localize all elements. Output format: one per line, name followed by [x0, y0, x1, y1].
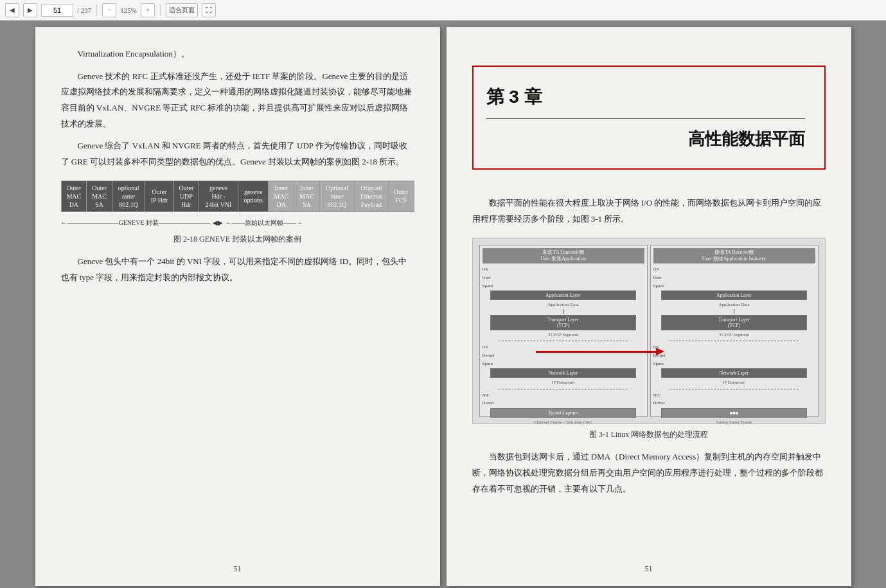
- left-page: Virtualization Encapsulation）。 Geneve 技术…: [35, 27, 440, 586]
- next-page-btn[interactable]: ▶: [23, 3, 37, 17]
- ip-datagram-right: IP Datagram: [723, 379, 745, 387]
- network-diagram: 发送TA Transmit侧User 发送Application OSUserS…: [472, 238, 826, 424]
- table-cell-inner-mac-sa: InnerMACSA: [294, 181, 320, 211]
- diagram-right-half: 接收TA Receive侧User 接收Application Industry…: [650, 245, 819, 417]
- figure-2-18-caption: 图 2-18 GENEVE 封装以太网帧的案例: [61, 233, 414, 247]
- table-cell-geneve-hdr: geneveHdr -24bit VNI: [199, 181, 238, 211]
- nic-driver-right-label: NICDriver: [653, 391, 665, 407]
- os-kernel-left: OSKernelSpace: [483, 343, 495, 368]
- arrow-down-2: [734, 309, 734, 314]
- table-cell-optional: optionalouter802.1Q: [112, 181, 145, 211]
- transport-layer-right: Transport Layer(TCP): [661, 315, 807, 330]
- chapter-divider: [486, 118, 805, 119]
- chapter-number: 第 3 章: [486, 81, 805, 113]
- chapter-header-box: 第 3 章 高性能数据平面: [472, 66, 826, 170]
- page-number-left: 51: [35, 562, 440, 576]
- red-arrow-head: [656, 348, 664, 355]
- transport-layer-left: Transport Layer(TCP): [490, 315, 636, 330]
- fullscreen-btn[interactable]: ⛶: [202, 3, 216, 17]
- os-user-space-left: OSUserSpace: [483, 265, 493, 290]
- para1: Geneve 技术的 RFC 正式标准还没产生，还处于 IETF 草案的阶段。G…: [61, 69, 414, 132]
- dotted-line-1: [499, 341, 628, 341]
- intro-text: Virtualization Encapsulation）。: [61, 46, 414, 62]
- page-total: / 237: [77, 6, 91, 14]
- nic-driver-left-label: NICDriver: [483, 391, 494, 407]
- diagram-left-half: 发送TA Transmit侧User 发送Application OSUserS…: [479, 245, 648, 417]
- arrow-left-label: ←————————GENEVE 封装————————: [61, 217, 211, 229]
- arrow-down-1: [563, 309, 563, 314]
- app-layer-left: Application Layer: [490, 290, 636, 300]
- diagram-inner: 发送TA Transmit侧User 发送Application OSUserS…: [479, 245, 819, 417]
- dotted-line-4: [669, 389, 799, 389]
- nic-driver-left: Packet Capture: [490, 408, 636, 418]
- separator: [96, 4, 97, 16]
- table-cell-outer-mac-sa: OuterMACSA: [87, 181, 112, 211]
- ip-datagram-left: IP Datagram: [552, 379, 574, 387]
- os-kernel-right: OSKernelSpace: [653, 343, 666, 368]
- ethernet-frame-left: Ethernet Frame - Template CRC: [534, 418, 592, 424]
- right-page: 第 3 章 高性能数据平面 数据平面的性能在很大程度上取决于网络 I/O 的性能…: [447, 27, 851, 586]
- geneve-table-container: OuterMACDA OuterMACSA optionalouter802.1…: [61, 181, 414, 212]
- figure-3-1-caption: 图 3-1 Linux 网络数据包的处理流程: [472, 428, 826, 442]
- diagram-left-header: 发送TA Transmit侧User 发送Application: [483, 248, 644, 264]
- table-cell-outer-mac-da: OuterMACDA: [61, 181, 87, 211]
- prev-page-btn[interactable]: ◀: [5, 3, 19, 17]
- diagram-right-header: 接收TA Receive侧User 接收Application Industry: [653, 248, 815, 264]
- dotted-line-3: [669, 341, 799, 341]
- toolbar: ◀ ▶ / 237 − 125% + 适合页面 ⛶: [0, 0, 886, 21]
- tcp-seg-left: TCP/IP Segment: [548, 331, 578, 339]
- arrow-separator: ◀▶: [213, 217, 223, 229]
- content-area: Virtualization Encapsulation）。 Geneve 技术…: [0, 21, 886, 588]
- para2: Geneve 综合了 VxLAN 和 NVGRE 两者的特点，首先使用了 UDP…: [61, 138, 414, 170]
- table-cell-ethernet-payload: OrigianlEthernetPayload: [354, 181, 388, 211]
- geneve-table: OuterMACDA OuterMACSA optionalouter802.1…: [61, 181, 414, 212]
- zoom-level: 125%: [120, 6, 137, 14]
- page-input[interactable]: [41, 4, 73, 17]
- dotted-line-2: [499, 389, 628, 389]
- zoom-out-btn[interactable]: −: [102, 3, 116, 17]
- arrow-row: ←————————GENEVE 封装———————— ◀▶ ←——原始以太网帧—…: [61, 217, 414, 229]
- table-cell-geneve-options: geneveoptions: [238, 181, 269, 211]
- app-data-left: Application Data: [547, 301, 578, 309]
- table-cell-outer-ip: OuterIP Hdr: [145, 181, 173, 211]
- app-data-right: Application Data: [718, 301, 749, 309]
- separator2: [160, 4, 161, 16]
- network-layer-right: Network Layer: [661, 368, 807, 378]
- table-cell-inner-mac-da: InnerMACDA: [269, 181, 294, 211]
- red-arrow-line: [536, 351, 658, 353]
- page-container: Virtualization Encapsulation）。 Geneve 技术…: [0, 21, 886, 588]
- app-layer-right: Application Layer: [661, 290, 807, 300]
- tcp-seg-right: TCP/IP Segment: [719, 331, 749, 339]
- jumbo-frame-right: Jumbo Super Frame: [716, 418, 752, 424]
- network-layer-left: Network Layer: [490, 368, 636, 378]
- fit-btn[interactable]: 适合页面: [166, 3, 198, 17]
- right-para1: 数据平面的性能在很大程度上取决于网络 I/O 的性能，而网络数据包从网卡到用户空…: [472, 195, 826, 227]
- page-number-right: 51: [447, 562, 851, 576]
- nic-driver-right: ■■■: [661, 408, 807, 418]
- zoom-in-btn[interactable]: +: [141, 3, 155, 17]
- arrow-right-label: ←——原始以太网帧——→: [226, 217, 303, 229]
- table-cell-outer-fcs: OuterFCS: [388, 181, 414, 211]
- right-para2: 当数据包到达网卡后，通过 DMA（Direct Memory Access）复制…: [472, 449, 826, 497]
- table-cell-optional-inner: Optionalinner802.1Q: [319, 181, 354, 211]
- chapter-title: 高性能数据平面: [486, 124, 805, 154]
- table-cell-outer-udp: OuterUDPHdr: [173, 181, 199, 211]
- os-user-space-right: OSUserSpace: [653, 265, 664, 290]
- para3: Geneve 包头中有一个 24bit 的 VNI 字段，可以用来指定不同的虚拟…: [61, 254, 414, 285]
